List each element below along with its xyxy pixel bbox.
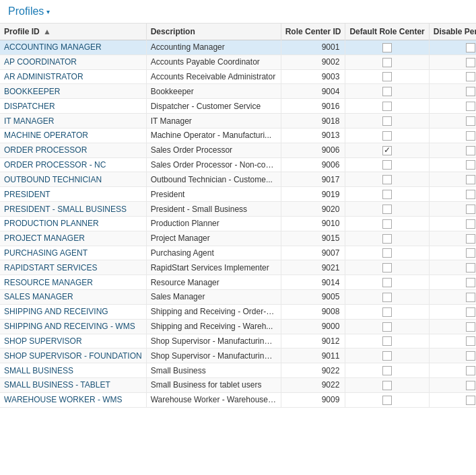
table-row[interactable]: AR ADMINISTRATORAccounts Receivable Admi… [0, 69, 476, 84]
checkbox-disable-personali[interactable] [466, 131, 475, 141]
checkbox-disable-personali[interactable] [466, 263, 475, 272]
cell-default-role-center[interactable] [345, 349, 429, 363]
table-row[interactable]: OUTBOUND TECHNICIANOutbound Technician -… [0, 172, 476, 187]
checkbox-default-role-center[interactable] [382, 351, 392, 361]
checkbox-disable-personali[interactable] [466, 381, 475, 390]
cell-default-role-center[interactable] [345, 99, 429, 114]
cell-disable-personali[interactable] [429, 304, 476, 319]
table-row[interactable]: PRODUCTION PLANNERProduction Planner9010 [0, 216, 476, 231]
checkbox-disable-personali[interactable] [466, 366, 475, 375]
cell-default-role-center[interactable] [345, 231, 429, 246]
table-row[interactable]: ORDER PROCESSORSales Order Processor9006 [0, 143, 476, 157]
table-row[interactable]: RESOURCE MANAGERResource Manager9014 [0, 275, 476, 290]
cell-disable-personali[interactable] [429, 40, 476, 55]
table-row[interactable]: ORDER PROCESSOR - NCSales Order Processo… [0, 157, 476, 172]
cell-default-role-center[interactable] [345, 187, 429, 202]
table-row[interactable]: PRESIDENT - SMALL BUSINESSPresident - Sm… [0, 202, 476, 217]
checkbox-default-role-center[interactable] [382, 43, 392, 52]
col-header-disable-personali[interactable]: Disable Personali... [429, 24, 476, 40]
table-row[interactable]: IT MANAGERIT Manager9018 [0, 114, 476, 129]
cell-disable-personali[interactable] [429, 290, 476, 305]
checkbox-default-role-center[interactable] [382, 234, 392, 244]
cell-default-role-center[interactable] [345, 304, 429, 319]
checkbox-default-role-center[interactable] [382, 190, 392, 199]
cell-default-role-center[interactable] [345, 378, 429, 393]
checkbox-disable-personali[interactable] [466, 322, 475, 332]
checkbox-disable-personali[interactable] [466, 58, 475, 67]
checkbox-disable-personali[interactable] [466, 190, 475, 199]
cell-default-role-center[interactable] [345, 260, 429, 275]
cell-default-role-center[interactable] [345, 334, 429, 349]
cell-disable-personali[interactable] [429, 392, 476, 407]
cell-disable-personali[interactable] [429, 334, 476, 349]
table-row[interactable]: SHIPPING AND RECEIVINGShipping and Recei… [0, 304, 476, 319]
checkbox-disable-personali[interactable] [466, 351, 475, 361]
checkbox-disable-personali[interactable] [466, 160, 475, 170]
checkbox-default-role-center[interactable] [382, 293, 392, 302]
cell-default-role-center[interactable] [345, 172, 429, 187]
table-row[interactable]: SALES MANAGERSales Manager9005 [0, 290, 476, 305]
cell-default-role-center[interactable] [345, 157, 429, 172]
cell-default-role-center[interactable] [345, 54, 429, 69]
checkbox-disable-personali[interactable] [466, 336, 475, 346]
cell-default-role-center[interactable] [345, 363, 429, 378]
cell-default-role-center[interactable] [345, 275, 429, 290]
cell-disable-personali[interactable] [429, 363, 476, 378]
checkbox-default-role-center[interactable] [382, 278, 392, 287]
checkbox-default-role-center[interactable] [382, 322, 392, 332]
cell-default-role-center[interactable] [345, 202, 429, 217]
col-header-role-center-id[interactable]: Role Center ID [281, 24, 345, 40]
checkbox-disable-personali[interactable] [466, 307, 475, 317]
cell-default-role-center[interactable] [345, 216, 429, 231]
checkbox-default-role-center[interactable] [382, 175, 392, 184]
table-row[interactable]: BOOKKEEPERBookkeeper9004 [0, 84, 476, 99]
cell-default-role-center[interactable] [345, 392, 429, 407]
checkbox-default-role-center[interactable] [382, 131, 392, 141]
cell-default-role-center[interactable] [345, 290, 429, 305]
checkbox-disable-personali[interactable] [466, 116, 475, 126]
checkbox-default-role-center[interactable] [382, 219, 392, 229]
checkbox-default-role-center[interactable] [382, 87, 392, 96]
checkbox-default-role-center[interactable] [382, 146, 392, 155]
cell-disable-personali[interactable] [429, 202, 476, 217]
cell-disable-personali[interactable] [429, 216, 476, 231]
checkbox-disable-personali[interactable] [466, 293, 475, 302]
checkbox-default-role-center[interactable] [382, 72, 392, 81]
cell-disable-personali[interactable] [429, 69, 476, 84]
checkbox-default-role-center[interactable] [382, 381, 392, 390]
checkbox-disable-personali[interactable] [466, 102, 475, 111]
cell-disable-personali[interactable] [429, 172, 476, 187]
table-row[interactable]: SMALL BUSINESS - TABLETSmall Business fo… [0, 378, 476, 393]
checkbox-default-role-center[interactable] [382, 336, 392, 346]
checkbox-disable-personali[interactable] [466, 175, 475, 184]
table-row[interactable]: AP COORDINATORAccounts Payable Coordinat… [0, 54, 476, 69]
table-row[interactable]: PROJECT MANAGERProject Manager9015 [0, 231, 476, 246]
col-header-description[interactable]: Description [146, 24, 281, 40]
checkbox-default-role-center[interactable] [382, 366, 392, 375]
checkbox-default-role-center[interactable] [382, 307, 392, 317]
cell-disable-personali[interactable] [429, 84, 476, 99]
cell-disable-personali[interactable] [429, 319, 476, 334]
checkbox-default-role-center[interactable] [382, 263, 392, 272]
checkbox-default-role-center[interactable] [382, 102, 392, 111]
cell-disable-personali[interactable] [429, 143, 476, 157]
col-header-profile-id[interactable]: Profile ID ▲ [0, 24, 146, 40]
checkbox-default-role-center[interactable] [382, 160, 392, 170]
checkbox-default-role-center[interactable] [382, 58, 392, 67]
cell-disable-personali[interactable] [429, 157, 476, 172]
cell-disable-personali[interactable] [429, 99, 476, 114]
cell-disable-personali[interactable] [429, 260, 476, 275]
cell-default-role-center[interactable] [345, 319, 429, 334]
cell-default-role-center[interactable] [345, 40, 429, 55]
col-header-default-role-center[interactable]: Default Role Center [345, 24, 429, 40]
table-row[interactable]: DISPATCHERDispatcher - Customer Service9… [0, 99, 476, 114]
cell-default-role-center[interactable] [345, 246, 429, 260]
checkbox-disable-personali[interactable] [466, 234, 475, 244]
table-row[interactable]: SHOP SUPERVISOR - FOUNDATIONShop Supervi… [0, 349, 476, 363]
table-row[interactable]: WAREHOUSE WORKER - WMSWarehouse Worker -… [0, 392, 476, 407]
cell-disable-personali[interactable] [429, 231, 476, 246]
checkbox-disable-personali[interactable] [466, 87, 475, 96]
cell-disable-personali[interactable] [429, 349, 476, 363]
cell-disable-personali[interactable] [429, 378, 476, 393]
table-row[interactable]: SMALL BUSINESSSmall Business9022 [0, 363, 476, 378]
